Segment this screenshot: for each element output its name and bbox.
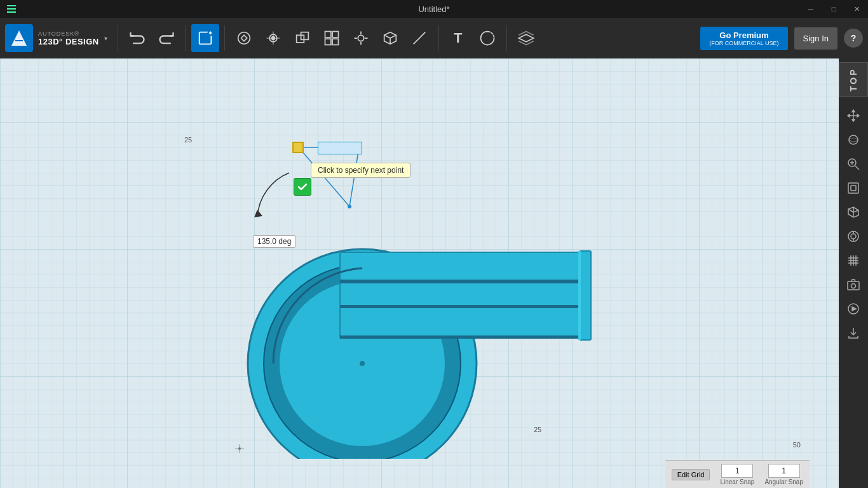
dimension-input[interactable] [318, 142, 362, 154]
view-cube-button[interactable] [376, 24, 404, 52]
svg-point-13 [358, 35, 363, 41]
viewport-canvas[interactable]: 25 25 50 [0, 58, 839, 488]
measure-button[interactable] [405, 24, 433, 52]
pattern-button[interactable] [318, 24, 346, 52]
modify-button[interactable] [259, 24, 287, 52]
animation-button[interactable] [842, 297, 865, 320]
svg-rect-24 [578, 251, 581, 340]
next-point-tooltip: Click to specify next point [311, 163, 410, 178]
fit-all-button[interactable] [842, 177, 865, 200]
svg-marker-36 [857, 114, 859, 117]
svg-point-45 [851, 234, 856, 239]
angle-display: 135.0 deg [253, 235, 295, 248]
svg-rect-18 [340, 252, 581, 306]
material-button[interactable] [473, 24, 501, 52]
angular-snap-value[interactable]: 1 [768, 464, 800, 478]
product-name: AUTODESK® 123D° DESIGN [38, 30, 99, 46]
perspective-button[interactable] [842, 225, 865, 248]
main-area: 25 25 50 [0, 58, 868, 488]
construct-tools-group [230, 24, 433, 52]
origin-crosshair [235, 444, 244, 453]
window-title: Untitled* [418, 4, 449, 14]
separator-2 [186, 25, 186, 51]
top-view-button[interactable]: TOP [839, 62, 868, 97]
ruler-label-25-left: 25 [184, 136, 192, 144]
svg-rect-23 [580, 251, 591, 340]
new-primitive-button[interactable] [191, 24, 219, 52]
snap-button[interactable] [347, 24, 375, 52]
svg-point-30 [348, 205, 351, 208]
minimize-button[interactable]: ─ [799, 0, 822, 18]
orbit-button[interactable] [842, 128, 865, 151]
text-button[interactable]: T [444, 24, 472, 52]
svg-point-37 [849, 135, 858, 144]
linear-snap-field: 1 Linear Snap [720, 464, 754, 485]
window-controls: ─ □ ✕ [799, 0, 868, 18]
isometric-view-button[interactable] [842, 201, 865, 224]
main-toolbar: AUTODESK® 123D° DESIGN ▾ [0, 18, 868, 58]
export-button[interactable] [842, 322, 865, 344]
pan-button[interactable] [842, 104, 865, 127]
selection-handle[interactable] [292, 142, 304, 153]
angular-snap-field: 1 Angular Snap [764, 464, 803, 485]
svg-point-6 [271, 37, 275, 40]
layers-button[interactable] [512, 24, 540, 52]
svg-rect-20 [340, 306, 581, 338]
svg-marker-33 [852, 110, 855, 112]
angular-snap-label: Angular Snap [764, 478, 803, 485]
svg-rect-12 [332, 39, 338, 44]
undo-redo-group [123, 24, 180, 52]
svg-rect-9 [325, 32, 330, 37]
separator-1 [118, 25, 118, 51]
svg-point-17 [360, 361, 365, 366]
close-button[interactable]: ✕ [845, 0, 868, 18]
autodesk-logo[interactable] [5, 24, 33, 52]
undo-button[interactable] [123, 24, 151, 52]
redo-button[interactable] [153, 24, 180, 52]
screenshot-button[interactable] [842, 273, 865, 296]
bottom-status-bar: Edit Grid 1 Linear Snap 1 Angular Snap [665, 460, 810, 488]
svg-rect-7 [296, 35, 304, 43]
logo-dropdown-icon[interactable]: ▾ [104, 35, 107, 42]
svg-point-4 [238, 32, 250, 44]
zoom-button[interactable] [842, 152, 865, 175]
sign-in-button[interactable]: Sign In [794, 27, 837, 50]
svg-rect-22 [340, 336, 581, 339]
svg-rect-21 [340, 305, 581, 308]
right-sidebar: TOP [839, 58, 868, 488]
grid-toggle-button[interactable] [842, 249, 865, 272]
svg-rect-10 [332, 32, 338, 37]
svg-rect-43 [851, 186, 856, 191]
help-button[interactable]: ? [844, 29, 863, 48]
go-premium-button[interactable]: Go Premium (FOR COMMERCIAL USE) [700, 27, 787, 50]
combine-button[interactable] [288, 24, 316, 52]
linear-snap-label: Linear Snap [720, 478, 754, 485]
linear-snap-value[interactable]: 1 [721, 464, 753, 478]
svg-marker-35 [848, 114, 850, 117]
svg-line-39 [855, 166, 859, 170]
maximize-button[interactable]: □ [822, 0, 845, 18]
text-icon: T [454, 30, 462, 46]
confirm-button[interactable] [294, 178, 311, 196]
separator-4 [438, 25, 439, 51]
svg-rect-19 [340, 280, 581, 283]
app-menu-icon[interactable] [5, 3, 18, 15]
svg-marker-34 [852, 119, 855, 121]
titlebar: Untitled* ─ □ ✕ [0, 0, 868, 18]
shape-tools-group [191, 24, 219, 52]
edit-grid-button[interactable]: Edit Grid [672, 469, 710, 480]
svg-rect-42 [848, 183, 858, 193]
separator-5 [506, 25, 507, 51]
ruler-label-50-right: 50 [793, 441, 801, 449]
logo-area: AUTODESK® 123D° DESIGN ▾ [5, 24, 107, 52]
svg-rect-11 [325, 39, 330, 44]
svg-rect-8 [301, 32, 308, 40]
separator-3 [224, 25, 225, 51]
sketch-tool-button[interactable] [230, 24, 258, 52]
text-material-group: T [444, 24, 501, 52]
svg-point-55 [851, 284, 856, 288]
